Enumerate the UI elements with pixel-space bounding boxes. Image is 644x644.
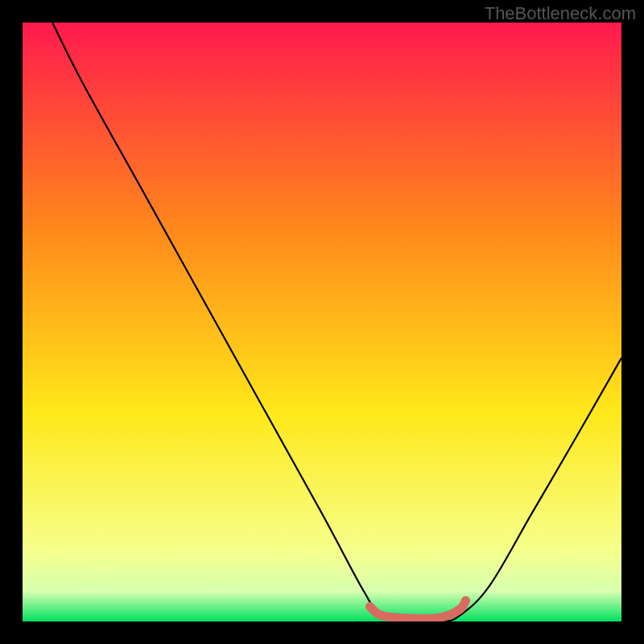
gradient-background: [23, 23, 621, 621]
watermark-text: TheBottleneck.com: [485, 3, 636, 24]
bottleneck-chart: [23, 23, 621, 621]
chart-svg: [23, 23, 621, 621]
